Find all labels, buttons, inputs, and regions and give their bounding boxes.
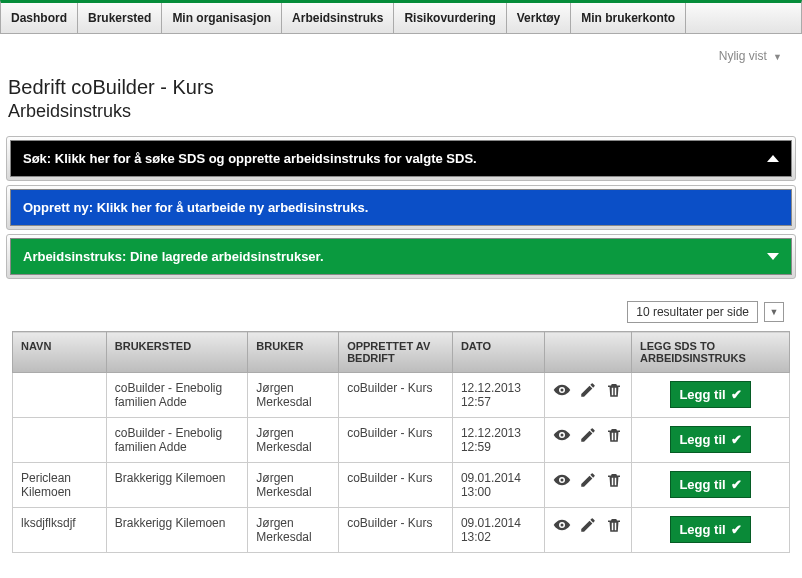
cell-navn: lksdjflksdjf	[13, 508, 107, 553]
cell-brukersted: coBuilder - Enebolig familien Adde	[106, 418, 248, 463]
panel-list-wrap: Arbeidsinstruks: Dine lagrede arbeidsins…	[6, 234, 796, 279]
cell-bruker: Jørgen Merkesdal	[248, 463, 339, 508]
chevron-down-icon: ▼	[773, 52, 782, 62]
add-button-label: Legg til	[679, 477, 725, 492]
add-button[interactable]: Legg til✔	[670, 471, 750, 498]
cell-add: Legg til✔	[632, 418, 790, 463]
delete-icon[interactable]	[605, 516, 623, 534]
cell-navn: Periclean Kilemoen	[13, 463, 107, 508]
cell-add: Legg til✔	[632, 463, 790, 508]
nav-min-brukerkonto[interactable]: Min brukerkonto	[571, 3, 686, 33]
add-button-label: Legg til	[679, 387, 725, 402]
expand-down-icon	[767, 253, 779, 260]
collapse-up-icon	[767, 155, 779, 162]
panel-create-label: Opprett ny: Klikk her for å utarbeide ny…	[23, 200, 368, 215]
edit-icon[interactable]	[579, 381, 597, 399]
recently-viewed-label: Nylig vist	[719, 49, 767, 63]
page-title: Bedrift coBuilder - Kurs	[0, 68, 802, 99]
col-navn[interactable]: NAVN	[13, 332, 107, 373]
page-subtitle: Arbeidsinstruks	[0, 99, 802, 132]
cell-add: Legg til✔	[632, 373, 790, 418]
cell-bruker: Jørgen Merkesdal	[248, 373, 339, 418]
cell-add: Legg til✔	[632, 508, 790, 553]
recently-viewed[interactable]: Nylig vist ▼	[0, 34, 802, 68]
nav-brukersted[interactable]: Brukersted	[78, 3, 162, 33]
col-opprettet-av[interactable]: OPPRETTET AV BEDRIFT	[339, 332, 453, 373]
nav-verktoy[interactable]: Verktøy	[507, 3, 571, 33]
view-icon[interactable]	[553, 426, 571, 444]
cell-actions	[545, 463, 632, 508]
cell-opprettet-av: coBuilder - Kurs	[339, 418, 453, 463]
cell-actions	[545, 373, 632, 418]
col-brukersted[interactable]: BRUKERSTED	[106, 332, 248, 373]
page-size-dropdown[interactable]: ▼	[764, 302, 784, 322]
panel-search-wrap: Søk: Klikk her for å søke SDS og opprett…	[6, 136, 796, 181]
cell-navn	[13, 418, 107, 463]
cell-opprettet-av: coBuilder - Kurs	[339, 508, 453, 553]
check-icon: ✔	[731, 477, 742, 492]
nav-dashbord[interactable]: Dashbord	[1, 3, 78, 33]
edit-icon[interactable]	[579, 516, 597, 534]
cell-bruker: Jørgen Merkesdal	[248, 508, 339, 553]
delete-icon[interactable]	[605, 471, 623, 489]
panel-create-wrap: Opprett ny: Klikk her for å utarbeide ny…	[6, 185, 796, 230]
cell-brukersted: Brakkerigg Kilemoen	[106, 463, 248, 508]
panel-search-label: Søk: Klikk her for å søke SDS og opprett…	[23, 151, 477, 166]
panel-create[interactable]: Opprett ny: Klikk her for å utarbeide ny…	[10, 189, 792, 226]
cell-navn	[13, 373, 107, 418]
cell-opprettet-av: coBuilder - Kurs	[339, 463, 453, 508]
edit-icon[interactable]	[579, 471, 597, 489]
nav-arbeidsinstruks[interactable]: Arbeidsinstruks	[282, 3, 394, 33]
nav-min-organisasjon[interactable]: Min organisasjon	[162, 3, 282, 33]
cell-brukersted: coBuilder - Enebolig familien Adde	[106, 373, 248, 418]
delete-icon[interactable]	[605, 426, 623, 444]
col-bruker[interactable]: BRUKER	[248, 332, 339, 373]
add-button[interactable]: Legg til✔	[670, 516, 750, 543]
cell-dato: 12.12.2013 12:59	[452, 418, 544, 463]
add-button-label: Legg til	[679, 522, 725, 537]
table-row: Periclean KilemoenBrakkerigg KilemoenJør…	[13, 463, 790, 508]
add-button[interactable]: Legg til✔	[670, 426, 750, 453]
panel-list-label: Arbeidsinstruks: Dine lagrede arbeidsins…	[23, 249, 324, 264]
cell-actions	[545, 508, 632, 553]
top-nav: Dashbord Brukersted Min organisasjon Arb…	[0, 0, 802, 34]
page-size-label: 10 resultater per side	[627, 301, 758, 323]
cell-bruker: Jørgen Merkesdal	[248, 418, 339, 463]
add-button-label: Legg til	[679, 432, 725, 447]
cell-dato: 09.01.2014 13:00	[452, 463, 544, 508]
col-dato[interactable]: DATO	[452, 332, 544, 373]
view-icon[interactable]	[553, 381, 571, 399]
cell-brukersted: Brakkerigg Kilemoen	[106, 508, 248, 553]
col-actions	[545, 332, 632, 373]
cell-opprettet-av: coBuilder - Kurs	[339, 373, 453, 418]
view-icon[interactable]	[553, 516, 571, 534]
check-icon: ✔	[731, 432, 742, 447]
cell-dato: 12.12.2013 12:57	[452, 373, 544, 418]
cell-actions	[545, 418, 632, 463]
add-button[interactable]: Legg til✔	[670, 381, 750, 408]
col-legg-sds: LEGG SDS TO ARBEIDSINSTRUKS	[632, 332, 790, 373]
delete-icon[interactable]	[605, 381, 623, 399]
panel-list[interactable]: Arbeidsinstruks: Dine lagrede arbeidsins…	[10, 238, 792, 275]
view-icon[interactable]	[553, 471, 571, 489]
table-row: coBuilder - Enebolig familien AddeJørgen…	[13, 373, 790, 418]
edit-icon[interactable]	[579, 426, 597, 444]
nav-risikovurdering[interactable]: Risikovurdering	[394, 3, 506, 33]
check-icon: ✔	[731, 522, 742, 537]
page-size: 10 resultater per side ▼	[0, 283, 802, 331]
check-icon: ✔	[731, 387, 742, 402]
cell-dato: 09.01.2014 13:02	[452, 508, 544, 553]
table-row: coBuilder - Enebolig familien AddeJørgen…	[13, 418, 790, 463]
table-row: lksdjflksdjfBrakkerigg KilemoenJørgen Me…	[13, 508, 790, 553]
panel-search[interactable]: Søk: Klikk her for å søke SDS og opprett…	[10, 140, 792, 177]
arbeidsinstruks-table: NAVN BRUKERSTED BRUKER OPPRETTET AV BEDR…	[12, 331, 790, 553]
